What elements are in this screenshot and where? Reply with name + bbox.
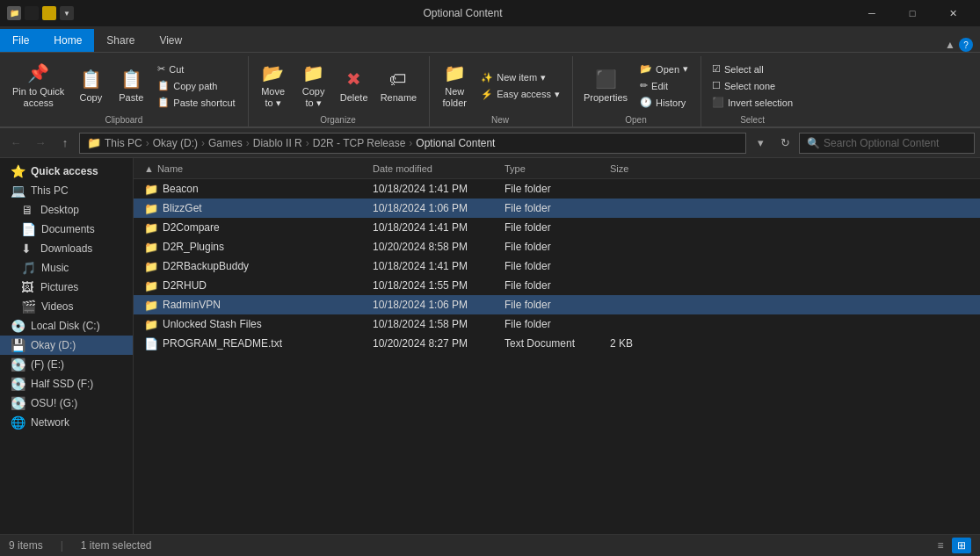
documents-label: Documents bbox=[41, 223, 95, 235]
up-button[interactable]: ↑ bbox=[54, 133, 76, 154]
delete-button[interactable]: ✖ Delete bbox=[335, 60, 374, 112]
sidebar-item-videos[interactable]: 🎬 Videos bbox=[0, 297, 133, 316]
sidebar-item-local-disk-c[interactable]: 💿 Local Disk (C:) bbox=[0, 316, 133, 336]
select-none-button[interactable]: ☐ Select none bbox=[707, 78, 798, 94]
table-row[interactable]: 📁 D2Compare 10/18/2024 1:41 PM File fold… bbox=[134, 218, 980, 237]
sidebar-item-documents[interactable]: 📄 Documents bbox=[0, 220, 133, 239]
paste-shortcut-label: Paste shortcut bbox=[173, 97, 235, 108]
sidebar-item-okay-d[interactable]: 💾 Okay (D:) bbox=[0, 336, 133, 355]
breadcrumb-this-pc[interactable]: This PC bbox=[105, 137, 142, 149]
pin-to-quick-access-button[interactable]: 📌 Pin to Quickaccess bbox=[7, 60, 69, 112]
copy-path-button[interactable]: 📋 Copy path bbox=[152, 78, 240, 94]
list-view-button[interactable]: ≡ bbox=[931, 538, 950, 553]
forward-button[interactable]: → bbox=[30, 133, 51, 154]
tab-view[interactable]: View bbox=[147, 29, 194, 52]
column-header-type[interactable]: Type bbox=[497, 158, 603, 178]
sidebar-item-half-ssd-f[interactable]: 💽 Half SSD (F:) bbox=[0, 374, 133, 394]
open-label: Open bbox=[578, 115, 693, 126]
address-bar[interactable]: 📁 This PC › Okay (D:) › Games › Diablo I… bbox=[79, 133, 746, 154]
new-sub-buttons: ✨ New item ▾ ⚡ Easy access ▾ bbox=[475, 69, 565, 102]
open-buttons: ⬛ Properties 📂 Open ▾ ✏ Edit 🕐 History bbox=[578, 56, 693, 115]
sidebar-item-network[interactable]: 🌐 Network bbox=[0, 413, 133, 432]
history-button[interactable]: 🕐 History bbox=[635, 95, 693, 111]
cut-button[interactable]: ✂ Cut bbox=[152, 61, 240, 77]
file-name-cell: 📁 D2RHUD bbox=[137, 279, 366, 292]
table-row[interactable]: 📁 RadminVPN 10/18/2024 1:06 PM File fold… bbox=[134, 295, 980, 314]
tab-home[interactable]: Home bbox=[41, 29, 94, 52]
edit-button[interactable]: ✏ Edit bbox=[635, 78, 693, 94]
back-button[interactable]: ← bbox=[5, 133, 26, 154]
paste-button[interactable]: 📋 Paste bbox=[112, 60, 150, 112]
sidebar-item-this-pc[interactable]: 💻 This PC bbox=[0, 181, 133, 200]
tab-share[interactable]: Share bbox=[94, 29, 147, 52]
copy-to-icon: 📁 bbox=[302, 62, 324, 83]
column-header-size[interactable]: Size bbox=[603, 158, 673, 178]
file-size-cell: 2 KB bbox=[603, 337, 673, 350]
file-type-cell: Text Document bbox=[497, 337, 603, 350]
search-icon: 🔍 bbox=[807, 137, 820, 149]
invert-selection-button[interactable]: ⬛ Invert selection bbox=[707, 95, 798, 111]
table-row[interactable]: 📁 BlizzGet 10/18/2024 1:06 PM File folde… bbox=[134, 199, 980, 218]
table-row[interactable]: 📁 D2R_Plugins 10/20/2024 8:58 PM File fo… bbox=[134, 237, 980, 256]
sidebar-item-pictures[interactable]: 🖼 Pictures bbox=[0, 278, 133, 297]
sidebar-item-downloads[interactable]: ⬇ Downloads bbox=[0, 239, 133, 258]
sidebar-item-quick-access[interactable]: ⭐ Quick access bbox=[0, 162, 133, 181]
properties-button[interactable]: ⬛ Properties bbox=[578, 60, 633, 112]
details-view-button[interactable]: ⊞ bbox=[952, 538, 971, 553]
tab-file[interactable]: File bbox=[0, 29, 41, 52]
table-row[interactable]: 📁 Beacon 10/18/2024 1:41 PM File folder bbox=[134, 179, 980, 199]
refresh-button[interactable]: ↻ bbox=[774, 133, 795, 154]
move-to-button[interactable]: 📂 Moveto ▾ bbox=[254, 60, 293, 112]
organize-label: Organize bbox=[254, 115, 423, 126]
maximize-button[interactable]: □ bbox=[892, 0, 933, 26]
rename-button[interactable]: 🏷 Rename bbox=[375, 60, 423, 112]
videos-label: Videos bbox=[41, 300, 73, 313]
file-icon: 📁 bbox=[144, 202, 158, 215]
expand-ribbon-icon[interactable]: ▲ bbox=[945, 39, 955, 51]
easy-access-button[interactable]: ⚡ Easy access ▾ bbox=[475, 86, 565, 102]
breadcrumb-games[interactable]: Games bbox=[208, 137, 243, 149]
sidebar-item-music[interactable]: 🎵 Music bbox=[0, 258, 133, 278]
minimize-button[interactable]: ─ bbox=[852, 0, 892, 26]
table-row[interactable]: 📁 Unlocked Stash Files 10/18/2024 1:58 P… bbox=[134, 314, 980, 334]
breadcrumb-tcp[interactable]: D2R - TCP Release bbox=[313, 137, 406, 149]
file-name: D2Compare bbox=[163, 221, 220, 234]
copy-to-button[interactable]: 📁 Copyto ▾ bbox=[294, 60, 333, 112]
new-item-button[interactable]: ✨ New item ▾ bbox=[475, 69, 565, 85]
pictures-icon: 🖼 bbox=[21, 280, 35, 294]
file-icon: 📁 bbox=[144, 241, 158, 254]
file-name: RadminVPN bbox=[163, 299, 221, 311]
select-none-label: Select none bbox=[724, 81, 775, 91]
status-sep: | bbox=[61, 539, 63, 552]
invert-label: Invert selection bbox=[728, 97, 793, 108]
new-folder-button[interactable]: 📁 Newfolder bbox=[435, 60, 474, 112]
titlebar-title: Optional Content bbox=[79, 7, 846, 19]
help-icon[interactable]: ? bbox=[959, 38, 973, 52]
breadcrumb-diablo[interactable]: Diablo II R bbox=[253, 137, 302, 149]
open-button[interactable]: 📂 Open ▾ bbox=[635, 61, 693, 77]
column-header-date[interactable]: Date modified bbox=[366, 158, 497, 178]
edit-icon: ✏ bbox=[640, 80, 648, 91]
table-row[interactable]: 📁 D2RBackupBuddy 10/18/2024 1:41 PM File… bbox=[134, 256, 980, 276]
open-sub-buttons: 📂 Open ▾ ✏ Edit 🕐 History bbox=[635, 61, 693, 111]
select-all-button[interactable]: ☑ Select all bbox=[707, 61, 798, 77]
sidebar-item-osu-g[interactable]: 💽 OSU! (G:) bbox=[0, 394, 133, 413]
file-type-cell: File folder bbox=[497, 279, 603, 292]
sidebar-item-f-e[interactable]: 💽 (F) (E:) bbox=[0, 355, 133, 374]
properties-label: Properties bbox=[584, 92, 628, 103]
breadcrumb-okay-d[interactable]: Okay (D:) bbox=[153, 137, 198, 149]
column-header-name[interactable]: ▲ Name bbox=[137, 158, 366, 178]
table-row[interactable]: 📄 PROGRAM_README.txt 10/20/2024 8:27 PM … bbox=[134, 334, 980, 353]
titlebar-controls: ─ □ ✕ bbox=[852, 0, 973, 26]
file-type-cell: File folder bbox=[497, 318, 603, 330]
easy-access-chevron: ▾ bbox=[555, 89, 560, 100]
dropdown-button[interactable]: ▾ bbox=[750, 133, 771, 154]
search-box[interactable]: 🔍 Search Optional Content bbox=[799, 133, 975, 154]
file-date-cell: 10/18/2024 1:06 PM bbox=[366, 202, 497, 214]
paste-shortcut-button[interactable]: 📋 Paste shortcut bbox=[152, 95, 240, 111]
sidebar-item-desktop[interactable]: 🖥 Desktop bbox=[0, 200, 133, 220]
breadcrumb-folder-icon: 📁 bbox=[87, 136, 101, 149]
copy-button[interactable]: 📋 Copy bbox=[71, 60, 110, 112]
table-row[interactable]: 📁 D2RHUD 10/18/2024 1:55 PM File folder bbox=[134, 276, 980, 295]
close-button[interactable]: ✕ bbox=[933, 0, 973, 26]
